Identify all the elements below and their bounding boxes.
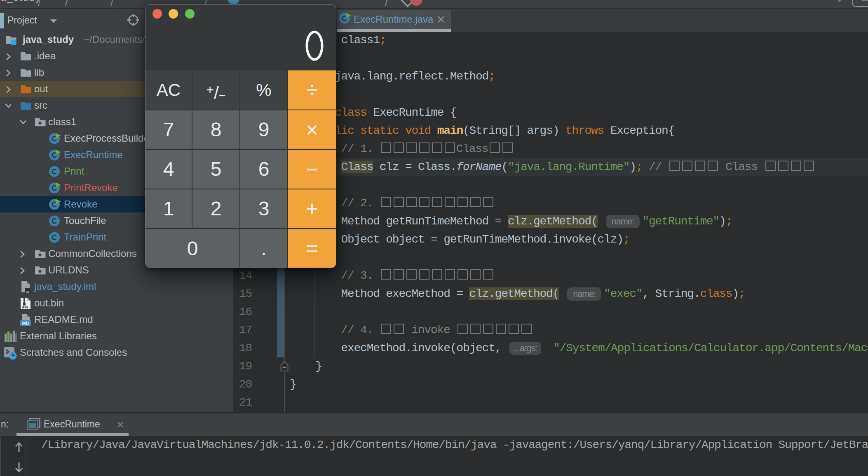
svg-text:BIN: BIN <box>22 306 28 309</box>
svg-text:MD: MD <box>22 321 29 326</box>
